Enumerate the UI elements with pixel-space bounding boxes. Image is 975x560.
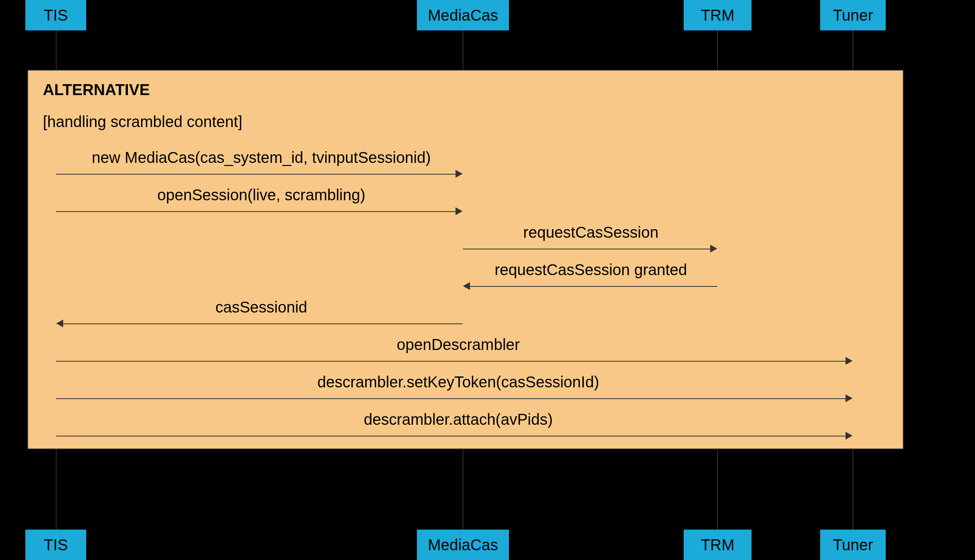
arrow-line: [56, 361, 846, 362]
alt-fragment-condition: [handling scrambled content]: [43, 113, 242, 131]
participant-label: TIS: [44, 7, 68, 24]
participant-tuner-top: Tuner: [820, 0, 886, 30]
participant-mediacas-bottom: MediaCas: [417, 530, 509, 560]
arrow-head-left-icon: [463, 282, 470, 290]
arrow-line: [56, 211, 456, 212]
arrow-head-left-icon: [56, 320, 63, 327]
participant-label: Tuner: [833, 7, 873, 24]
arrow-head-right-icon: [456, 170, 463, 178]
arrow-line: [56, 436, 846, 436]
participant-label: TIS: [44, 536, 68, 554]
participant-mediacas-top: MediaCas: [417, 0, 509, 30]
alt-fragment-title: ALTERNATIVE: [43, 81, 150, 99]
message-open-descrambler: openDescrambler: [70, 336, 846, 353]
arrow-line: [463, 249, 710, 249]
arrow-head-right-icon: [456, 207, 463, 215]
arrow-line: [56, 398, 846, 399]
message-cas-session-id: casSessionid: [70, 299, 452, 316]
participant-trm-bottom: TRM: [684, 530, 752, 560]
message-new-mediacas: new MediaCas(cas_system_id, tvinputSessi…: [70, 149, 452, 166]
participant-label: MediaCas: [428, 7, 498, 24]
message-descrambler-attach: descrambler.attach(avPids): [70, 411, 846, 428]
participant-tis-top: TIS: [25, 0, 86, 30]
arrow-line: [56, 174, 456, 175]
participant-label: TRM: [701, 536, 735, 554]
arrow-head-right-icon: [710, 245, 717, 253]
participant-label: MediaCas: [428, 536, 498, 554]
message-request-cas-session-granted: requestCasSession granted: [468, 261, 714, 279]
participant-tuner-bottom: Tuner: [820, 530, 886, 560]
message-set-key-token: descrambler.setKeyToken(casSessionId): [70, 373, 846, 391]
arrow-head-right-icon: [846, 357, 853, 365]
arrow-head-right-icon: [846, 394, 853, 402]
message-request-cas-session: requestCasSession: [468, 224, 714, 241]
participant-label: Tuner: [833, 536, 873, 554]
arrow-line: [63, 323, 463, 324]
message-open-session: openSession(live, scrambling): [70, 186, 452, 204]
arrow-head-right-icon: [846, 432, 853, 440]
arrow-line: [470, 286, 717, 287]
participant-tis-bottom: TIS: [25, 530, 86, 560]
participant-trm-top: TRM: [684, 0, 752, 30]
participant-label: TRM: [701, 7, 735, 24]
